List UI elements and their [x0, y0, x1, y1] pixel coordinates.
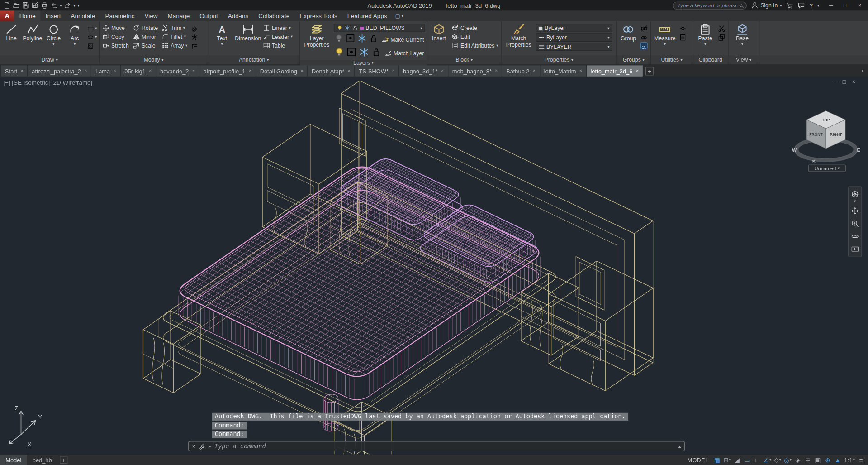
minimize-button[interactable]: ─: [824, 0, 838, 10]
help-icon[interactable]: ?: [810, 2, 813, 9]
file-tab[interactable]: bagno_3d_1*×: [399, 65, 448, 76]
close-tab-icon[interactable]: ×: [495, 68, 498, 74]
linetype-dropdown[interactable]: ByLayer▾: [536, 33, 612, 41]
polyline-button[interactable]: Polyline: [23, 22, 42, 55]
match-layer-button[interactable]: Match Layer: [384, 49, 425, 57]
customization-button[interactable]: ≡: [856, 455, 866, 465]
layer-dropdown[interactable]: BED_PILLOWS ▾: [333, 24, 425, 32]
selection-cycling-toggle[interactable]: ⊕: [823, 455, 832, 465]
plot-icon[interactable]: [41, 2, 48, 9]
copy-button[interactable]: Copy: [101, 33, 130, 40]
tab-express-tools[interactable]: Express Tools: [294, 10, 342, 21]
tab-output[interactable]: Output: [194, 10, 223, 21]
group-button[interactable]: Group: [618, 22, 638, 55]
table-button[interactable]: Table: [262, 42, 294, 49]
freeze-layer-icon[interactable]: [357, 33, 367, 45]
base-view-button[interactable]: Base▾: [730, 22, 754, 55]
close-tab-icon[interactable]: ×: [149, 68, 152, 74]
navbar-caret-icon[interactable]: ▾: [854, 200, 856, 202]
draw-panel-label[interactable]: Draw▾: [0, 55, 99, 63]
trim-button[interactable]: Trim▾: [161, 24, 189, 32]
search-icon[interactable]: [738, 3, 744, 8]
file-tab-start[interactable]: Start×: [1, 65, 27, 76]
match-properties-button[interactable]: Match Properties: [503, 22, 534, 55]
clipboard-panel-label[interactable]: Clipboard: [693, 55, 728, 63]
tab-insert[interactable]: Insert: [41, 10, 66, 21]
make-current-button[interactable]: Make Current: [380, 35, 425, 43]
file-tab[interactable]: mob_bagno_8*×: [448, 65, 502, 76]
layer-isolate-icon[interactable]: [345, 33, 355, 45]
ortho-toggle[interactable]: ∟: [752, 455, 762, 465]
dynamic-input-toggle[interactable]: ▭: [742, 455, 752, 465]
polar-tracking-toggle[interactable]: ∠▾: [762, 455, 772, 465]
file-tab[interactable]: airport_profile_1×: [199, 65, 256, 76]
layer-off-icon[interactable]: [333, 33, 343, 45]
navigation-wheel-icon[interactable]: [851, 190, 859, 198]
file-tab[interactable]: Denah Atap*×: [308, 65, 354, 76]
circle-button[interactable]: Circle▾: [44, 22, 63, 55]
close-tab-icon[interactable]: ×: [347, 68, 350, 74]
doc-restore-icon[interactable]: □: [843, 79, 846, 85]
lock-layer-icon[interactable]: [369, 33, 379, 45]
ellipse-caret-icon[interactable]: ▾: [95, 35, 97, 38]
close-tab-icon[interactable]: ×: [579, 68, 582, 74]
lineweight-toggle[interactable]: ≣: [803, 455, 812, 465]
show-motion-icon[interactable]: [851, 245, 859, 253]
help-caret-icon[interactable]: ▾: [817, 4, 819, 7]
ungroup-icon[interactable]: [640, 24, 648, 32]
grid-toggle[interactable]: ▦: [712, 455, 722, 465]
viewport-minimize-control[interactable]: [−]: [3, 79, 10, 86]
layout-tab-bed-hb[interactable]: bed_hb: [27, 455, 57, 465]
hatch-icon[interactable]: [87, 42, 94, 49]
rectangle-caret-icon[interactable]: ▾: [95, 26, 97, 29]
groups-panel-label[interactable]: Groups▾: [617, 55, 650, 63]
array-button[interactable]: Array▾: [161, 42, 189, 49]
block-panel-label[interactable]: Block▾: [427, 55, 501, 63]
compass-south-label[interactable]: S: [812, 159, 815, 164]
close-tab-icon[interactable]: ×: [249, 68, 251, 74]
tab-view[interactable]: View: [140, 10, 163, 21]
create-block-button[interactable]: Create: [451, 24, 499, 32]
rotate-button[interactable]: Rotate: [132, 24, 159, 32]
insert-button[interactable]: Insert: [429, 22, 449, 55]
leader-button[interactable]: Leader▾: [262, 33, 294, 40]
stretch-button[interactable]: Stretch: [101, 42, 130, 49]
tab-collaborate[interactable]: Collaborate: [253, 10, 294, 21]
close-tab-icon[interactable]: ×: [533, 68, 536, 74]
close-tab-icon[interactable]: ×: [21, 68, 24, 74]
osnap-3d-toggle[interactable]: ◈: [793, 455, 802, 465]
infer-constraints-toggle[interactable]: ◢: [732, 455, 742, 465]
help-search-input[interactable]: [673, 1, 747, 9]
new-layout-button[interactable]: +: [60, 456, 67, 464]
close-tab-icon[interactable]: ×: [114, 68, 116, 74]
model-space-button[interactable]: MODEL: [684, 457, 712, 463]
compass-west-label[interactable]: W: [792, 147, 797, 153]
customize-command-icon[interactable]: [199, 443, 205, 450]
new-file-icon[interactable]: [3, 2, 10, 9]
file-tab[interactable]: Bathup 2×: [502, 65, 539, 76]
offset-icon[interactable]: [191, 42, 198, 49]
file-tab-active[interactable]: letto_matr_3d_6×: [587, 65, 643, 76]
file-tab[interactable]: attrezzi_palestra_2×: [28, 65, 91, 76]
named-view-dropdown[interactable]: Unnamed▾: [808, 164, 846, 172]
file-tab[interactable]: Detail Gording×: [256, 65, 307, 76]
snap-toggle[interactable]: ⊞▾: [722, 455, 732, 465]
layers-panel-label[interactable]: Layers▾: [300, 60, 427, 66]
close-tab-icon[interactable]: ×: [84, 68, 87, 74]
close-button[interactable]: ×: [853, 0, 867, 10]
edit-block-button[interactable]: Edit: [451, 33, 499, 40]
id-point-icon[interactable]: [679, 24, 687, 32]
file-tab[interactable]: Lama×: [91, 65, 120, 76]
orbit-icon[interactable]: [851, 232, 859, 240]
undo-caret-icon[interactable]: ▾: [60, 4, 62, 7]
close-tab-icon[interactable]: ×: [392, 68, 394, 74]
text-button[interactable]: AText▾: [210, 22, 234, 55]
tab-overflow-icon[interactable]: ▾: [857, 68, 868, 77]
file-tab[interactable]: 05r-klg1×: [121, 65, 156, 76]
linear-button[interactable]: Linear▾: [262, 24, 294, 32]
paste-button[interactable]: Paste▾: [695, 22, 716, 55]
compass-east-label[interactable]: E: [857, 147, 860, 153]
maximize-button[interactable]: □: [838, 0, 853, 10]
redo-icon[interactable]: [64, 2, 71, 9]
app-store-icon[interactable]: [786, 2, 793, 9]
